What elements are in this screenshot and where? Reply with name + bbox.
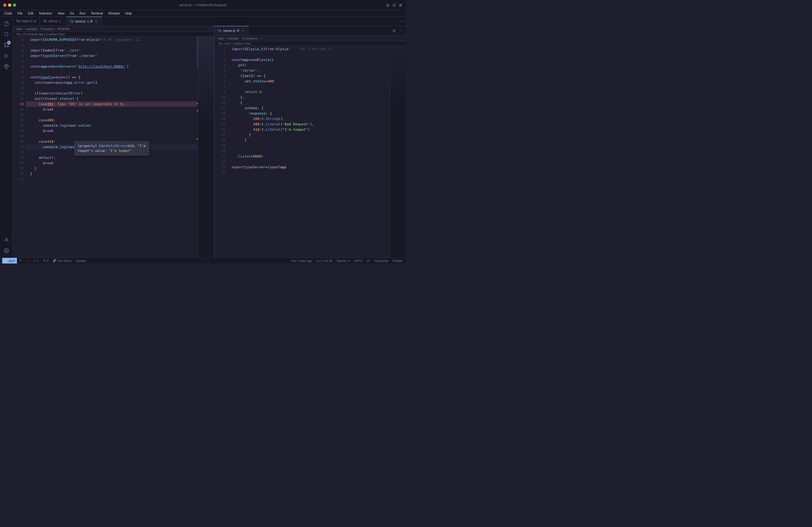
bc-sendts[interactable]: TS send.ts [40,27,54,31]
right-bc-example[interactable]: example [228,37,239,40]
left-code-content[interactable]: import { SCHEMA, EXPOSED } from 'elysia'… [26,36,198,258]
menu-terminal[interactable]: Terminal [89,11,105,16]
activity-run[interactable] [2,51,11,61]
close-button[interactable] [3,3,6,7]
left-code-editor[interactable]: 1 2 3 4 5 6 7 8 9 10 11 12 13 14 [13,36,214,258]
right-code-line-5: '/error', [228,68,390,73]
status-spaces[interactable]: Spaces: 4 [335,258,351,264]
status-quokka[interactable]: Quokka [74,258,88,264]
right-code-line-24 [228,170,390,175]
activity-account[interactable] [2,235,11,245]
code-line-25: } [26,166,198,171]
code-line-11: if (user instanceof Error) [26,91,198,96]
menu-file[interactable]: File [15,11,25,16]
tab-index-ts[interactable]: TS index.ts M [13,17,40,26]
menu-help[interactable]: Help [123,11,134,16]
activity-files[interactable] [2,19,11,28]
right-code-line-17: } [228,132,390,138]
activity-bottom [2,235,11,255]
eol-label: LF [367,259,370,262]
status-liveshare[interactable]: 🔗 Live Share [51,258,73,264]
menu-code[interactable]: Code [2,11,14,16]
status-refresh[interactable]: ↻ [18,258,24,264]
svg-marker-4 [5,54,8,58]
menu-go[interactable]: Go [68,11,76,16]
warning-icon: ⚠ [33,259,36,262]
traffic-lights [3,3,16,7]
bc-eden[interactable]: eden [16,27,23,31]
tab-server-close[interactable]: × [241,29,245,33]
right-tab-bar: TS server.ts M × ⊟ ··· [215,26,406,35]
code-line-3: import { eden } from '../src' [26,48,198,53]
tab-send-close[interactable]: × [94,19,98,24]
ts-icon-send: TS [70,20,74,23]
cursor-position: Ln 1, Col 35 [316,259,332,262]
right-code-line-19 [228,143,390,148]
status-next[interactable]: ⚡ next* [2,258,17,264]
activity-extensions[interactable] [2,62,11,71]
status-errors[interactable]: ✗ 0 [42,258,50,264]
ts-icon: TS [16,19,20,23]
status-formatter[interactable]: Prettier [391,258,404,264]
right-line-numbers: 1 2 3 4 5 6 7 8 9 10 11 12 13 14 [215,46,228,258]
tab-send-label: send.ts [75,19,86,23]
maximize-button[interactable] [13,3,16,7]
code-line-17: console.log(user.value) [26,123,198,128]
bc-handle[interactable]: ⊕ handle [57,27,70,31]
right-code-content[interactable]: import { Elysia, t } from 'elysia' You, … [228,46,390,258]
menu-window[interactable]: Window [106,11,122,16]
status-cursor[interactable]: Ln 1, Col 35 [315,258,334,264]
right-git-blame: You, now | 1 author (You) [215,41,406,46]
left-editor-pane: eden › example › TS send.ts › ⊕ handle Y… [13,26,214,258]
right-code-line-3: const app = new Elysia() [228,57,390,62]
code-line-9: const user = await app.error.get() [26,80,198,85]
tab-server-ts[interactable]: TS server.ts M × [215,26,249,35]
menu-view[interactable]: View [55,11,67,16]
status-eol[interactable]: LF [365,258,372,264]
right-bc-serverts[interactable]: TS server.ts [242,37,258,40]
right-code-line-21: .listen(8080) [228,154,390,159]
status-language[interactable]: TypeScript [373,258,390,264]
code-line-26: } [26,171,198,177]
right-bc-eden[interactable]: eden [218,37,224,40]
activity-search[interactable] [2,30,11,39]
code-line-2 [26,42,198,48]
code-line-15 [26,112,198,118]
split-editor-icon[interactable]: ⊟ [392,28,397,33]
tab-send-ts[interactable]: TS send.ts 1, M × [67,17,102,26]
code-line-4: import type { Server } from './server' [26,53,198,59]
right-code-line-20 [228,148,390,154]
bc-example[interactable]: example [26,27,37,31]
panel-toggle-icon[interactable]: ⊟ [392,3,396,7]
svg-point-2 [4,43,6,45]
activity-settings[interactable] [2,246,11,255]
right-code-line-6: ({ set }) => { [228,73,390,79]
tab-utils-ts[interactable]: TS utils.ts U [40,17,67,26]
next-icon: ⚡ [4,259,8,262]
svg-point-0 [4,32,8,36]
svg-point-10 [6,250,7,252]
layout-icon[interactable]: ⊠ [398,3,403,7]
code-line-12: switch (user.status) { [26,96,198,102]
svg-point-9 [5,238,7,240]
liveshare-icon: 🔗 [53,259,56,262]
menu-run[interactable]: Run [77,11,88,16]
status-blame[interactable]: You, 4 days ago [289,258,314,264]
left-git-blame: You, 15 seconds ago | 1 author (You) [13,32,214,36]
status-warnings[interactable]: ⚠ 1 [32,258,41,264]
right-code-editor[interactable]: 1 2 3 4 5 6 7 8 9 10 11 12 13 14 [215,46,406,258]
status-sync[interactable]: ↓↑ [25,258,31,264]
formatter-label: Prettier [393,259,402,262]
right-bc-more[interactable]: ... [261,37,263,40]
menu-selection[interactable]: Selection [37,11,54,16]
menu-edit[interactable]: Edit [26,11,36,16]
sidebar-toggle-icon[interactable]: ⊞ [386,3,390,7]
warning-count: 1 [37,259,39,262]
minimize-button[interactable] [8,3,11,7]
status-encoding[interactable]: UTF-8 [352,258,364,264]
right-code-line-11: { [228,100,390,105]
activity-source-control[interactable]: 21 [2,40,11,50]
more-actions-icon[interactable]: ··· [398,28,404,33]
tab-more-actions[interactable]: ··· [398,17,406,26]
right-code-line-12: schema: { [228,105,390,111]
